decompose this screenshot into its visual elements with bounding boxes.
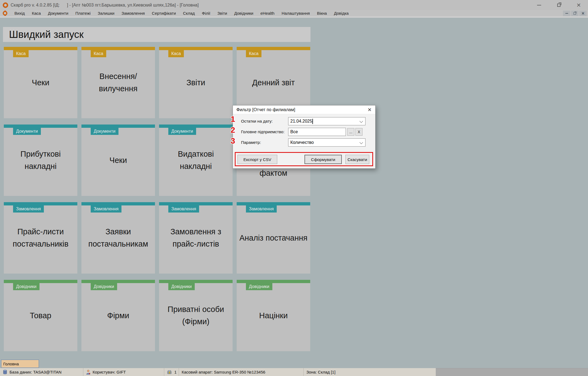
text-cursor	[312, 119, 313, 124]
tile-kasa-zvity[interactable]: Каса Звіти	[159, 47, 233, 118]
tile-dok-cheky[interactable]: Документи Чеки	[81, 125, 155, 196]
tile-label: Націнки	[237, 280, 310, 351]
menu-item-stock[interactable]: Залишки	[98, 11, 115, 16]
status-register-text: Касовий апарат: Samsung ER-350 №123456	[182, 370, 265, 374]
cash-register-icon	[167, 370, 172, 374]
date-field-label: Остатки на дату:	[241, 117, 273, 125]
parameter-field-label: Параметр:	[241, 138, 261, 147]
page-title: Швидкий запуск	[9, 29, 84, 40]
parameter-value: Количество	[290, 140, 314, 145]
annotation-3: 3	[228, 136, 237, 145]
close-button[interactable]: ✕	[575, 2, 582, 8]
dialog-title-bar[interactable]: Фильтр [Отчет по филиалам] ✕	[233, 105, 375, 114]
menu-item-windows[interactable]: Вікна	[317, 11, 327, 16]
menu-item-warehouse[interactable]: Склад	[183, 11, 195, 16]
tile-dok-vydatkovi[interactable]: Документи Видаткові накладні	[159, 125, 233, 196]
mdi-window-controls: ✕	[563, 11, 587, 16]
application-window: Скарб pro v. 4.0.2.85 [ІД: ] - [Апт №003…	[0, 0, 588, 376]
status-database-text: База даних: TASA3@TITAN	[10, 370, 62, 374]
date-combo[interactable]: 21.04.2025	[288, 117, 365, 125]
toolbar-strip	[0, 16, 588, 18]
export-csv-button[interactable]: Експорт у CSV	[237, 155, 277, 164]
enterprise-field-label: Головне підприемство:	[241, 128, 285, 136]
tile-label: Чеки	[4, 47, 77, 118]
tile-dov-firmy[interactable]: Довідники Фірми	[81, 280, 155, 351]
status-bar-filler	[436, 368, 588, 376]
enterprise-browse-button[interactable]: ...	[347, 128, 354, 136]
tile-label: Аналіз постачання	[237, 202, 310, 274]
menu-item-orders[interactable]: Замовлення	[121, 11, 145, 16]
tile-label: Звіти	[159, 47, 233, 118]
close-icon: ✕	[581, 11, 585, 15]
restore-button[interactable]	[556, 2, 562, 8]
child-window-icon	[3, 11, 7, 16]
restore-icon	[557, 4, 560, 7]
tile-label: Приватні особи (Фірми)	[159, 280, 233, 351]
mdi-minimize-button[interactable]	[563, 11, 570, 16]
enterprise-value: Все	[290, 129, 298, 134]
tile-kasa-vnesennia[interactable]: Каса Внесення/вилучення	[81, 47, 155, 118]
mdi-restore-button[interactable]	[571, 11, 578, 16]
tile-zam-zaiavky[interactable]: Замовлення Заявки постачальникам	[81, 202, 155, 274]
menu-item-exit[interactable]: Вихід	[14, 11, 25, 16]
chevron-down-icon	[359, 141, 363, 144]
minimize-icon	[565, 13, 568, 14]
menu-item-reports[interactable]: Звіти	[217, 11, 227, 16]
close-icon: ✕	[367, 107, 371, 113]
cancel-button[interactable]: Скасувати	[345, 155, 369, 164]
database-icon	[3, 369, 7, 375]
menu-item-branches[interactable]: Філії	[202, 11, 210, 16]
menu-item-documents[interactable]: Документи	[48, 11, 68, 16]
tab-holovna[interactable]: Головна	[1, 360, 39, 368]
menu-item-settings[interactable]: Налаштування	[282, 11, 310, 16]
tile-dok-prybutkovi[interactable]: Документи Прибуткові накладні	[4, 125, 77, 196]
menu-item-ehealth[interactable]: eHealth	[260, 11, 275, 16]
annotation-2: 2	[228, 125, 237, 135]
minimize-button[interactable]	[536, 2, 542, 8]
menu-item-help[interactable]: Довідка	[334, 11, 349, 16]
tile-label: Замовлення з прайс-листів	[159, 202, 233, 274]
generate-button[interactable]: Сформувати	[304, 155, 342, 164]
enterprise-clear-button[interactable]: X	[355, 128, 362, 136]
mdi-close-button[interactable]: ✕	[579, 11, 587, 16]
status-zone: Зона: Склад [1]	[304, 368, 436, 376]
tile-label: Фірми	[81, 280, 155, 351]
dialog-title: Фильтр [Отчет по филиалам]	[236, 107, 295, 112]
restore-icon	[574, 12, 576, 15]
menu-item-directories[interactable]: Довідники	[234, 11, 253, 16]
tile-label: Прибуткові накладні	[4, 125, 77, 196]
tile-label: Прайс-листи постачальників	[4, 202, 77, 274]
tile-label: Видаткові накладні	[159, 125, 233, 196]
tile-zam-price-lists[interactable]: Замовлення Прайс-листи постачальників	[4, 202, 77, 274]
tile-dov-natsinky[interactable]: Довідники Націнки	[237, 280, 310, 351]
tile-dov-pryvatni[interactable]: Довідники Приватні особи (Фірми)	[159, 280, 233, 351]
tile-dov-tovar[interactable]: Довідники Товар	[4, 280, 77, 351]
tile-label: Чеки	[81, 125, 155, 196]
chevron-down-icon	[359, 119, 363, 123]
status-database: База даних: TASA3@TITAN	[0, 368, 83, 376]
minimize-icon	[537, 5, 541, 5]
annotation-1: 1	[228, 114, 237, 124]
dialog-close-button[interactable]: ✕	[364, 105, 375, 114]
parameter-combo[interactable]: Количество	[288, 138, 365, 147]
menu-item-kasa[interactable]: Каса	[32, 11, 41, 16]
quick-launch-header: Швидкий запуск	[3, 27, 310, 42]
filter-dialog: Фильтр [Отчет по филиалам] ✕ Остатки на …	[233, 105, 376, 169]
status-register: Касовий апарат: Samsung ER-350 №123456	[179, 368, 304, 376]
enterprise-input[interactable]: Все	[288, 128, 346, 136]
window-title: Скарб pro v. 4.0.2.85 [ІД: ] - [Апт №003…	[11, 3, 199, 8]
menu-item-payments[interactable]: Платежі	[75, 11, 91, 16]
menu-item-certificates[interactable]: Сертифікати	[152, 11, 176, 16]
tile-zam-analiz[interactable]: Замовлення Аналіз постачання	[237, 202, 310, 274]
window-controls: ✕	[536, 0, 582, 10]
tab-label: Головна	[3, 362, 19, 366]
status-zone-text: Зона: Склад [1]	[306, 370, 336, 374]
tile-zam-zamovlennia[interactable]: Замовлення Замовлення з прайс-листів	[159, 202, 233, 274]
app-logo-icon	[3, 2, 8, 8]
status-user-text: Користувач: GIFT	[93, 370, 126, 374]
tile-kasa-cheky[interactable]: Каса Чеки	[4, 47, 77, 118]
status-user: Користувач: GIFT	[83, 368, 164, 376]
tile-label: Внесення/вилучення	[81, 47, 155, 118]
status-session: 1	[164, 368, 179, 376]
menu-bar: Вихід Каса Документи Платежі Залишки Зам…	[0, 10, 588, 16]
